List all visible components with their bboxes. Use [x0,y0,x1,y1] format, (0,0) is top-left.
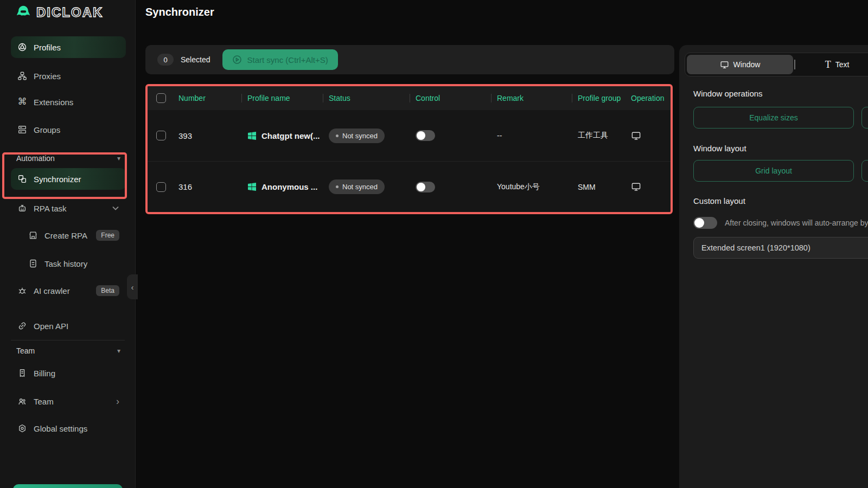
tab-text[interactable]: T Text [796,55,868,74]
profile-number: 393 [178,131,192,140]
column-header-profile-group: Profile group [578,94,621,102]
caret-down-icon: ▾ [117,155,120,162]
column-header-control: Control [416,94,440,102]
column-header-number: Number [178,94,206,102]
proxies-icon [17,71,27,81]
screen-select[interactable]: Extended screen1 (1920*1080) [693,237,868,259]
sidebar-section-team[interactable]: Team ▾ [16,346,120,356]
beta-badge: Beta [96,285,119,296]
sidebar: DICLOAK Profiles Proxies ⌘ Extensions Gr… [0,0,136,488]
team-icon [17,396,27,406]
selection-toolbar: 0 Selected Start sync (Ctrl+Alt+S) [145,45,674,74]
clipped-window-layout-button[interactable] [861,160,868,182]
sidebar-item-profiles[interactable]: Profiles [11,36,126,58]
grid-layout-label: Grid layout [755,166,792,175]
play-icon [232,55,242,65]
profile-name: Anonymous ... [261,182,317,191]
sidebar-item-open-api[interactable]: Open API [11,315,126,337]
profiles-icon [17,42,27,52]
profile-number: 316 [178,182,192,191]
tab-window[interactable]: Window [687,55,793,74]
sidebar-divider [11,340,125,341]
windows-os-icon [247,131,257,140]
remark-text: -- [497,131,502,140]
start-sync-button[interactable]: Start sync (Ctrl+Alt+S) [222,49,337,70]
profile-name: Chatgpt new(... [261,131,320,140]
status-dot-icon [336,185,339,188]
panel-tabbar: Window T Text [685,53,868,76]
page-title: Synchronizer [145,6,214,18]
status-badge: Not synced [329,179,385,194]
start-sync-label: Start sync (Ctrl+Alt+S) [247,55,328,65]
sidebar-item-rpa-task[interactable]: RPA task [11,197,126,219]
auto-arrange-toggle[interactable] [693,217,717,229]
sidebar-item-label: Proxies [34,72,61,81]
sidebar-item-groups[interactable]: Groups [11,119,126,140]
sidebar-item-extensions[interactable]: ⌘ Extensions [11,91,126,113]
logo-text: DICLOAK [36,5,103,20]
tab-label: Window [733,60,761,69]
sidebar-item-ai-crawler[interactable]: AI crawler Beta [11,280,126,301]
sidebar-item-label: Billing [34,369,55,378]
column-header-remark: Remark [497,94,524,102]
control-toggle[interactable] [416,182,435,192]
sidebar-item-label: Groups [34,125,60,134]
sidebar-item-label: Extensions [34,98,73,107]
synchronizer-icon [17,174,27,184]
chevron-down-icon [112,204,119,212]
column-header-profile-name: Profile name [247,94,290,102]
sync-settings-panel: Window T Text Window operations Equalize… [679,45,868,488]
control-toggle[interactable] [416,130,435,141]
monitor-icon[interactable] [631,131,641,141]
sidebar-item-billing[interactable]: Billing [11,362,126,384]
custom-layout-heading: Custom layout [693,196,745,206]
sidebar-item-global-settings[interactable]: Global settings [11,418,126,439]
sidebar-item-label: AI crawler [34,286,70,296]
section-label: Team [16,346,35,355]
window-operations-heading: Window operations [693,89,763,98]
row-checkbox[interactable] [156,131,166,140]
sidebar-item-label: Synchronizer [34,175,81,184]
sidebar-item-label: Task history [44,259,87,268]
equalize-sizes-button[interactable]: Equalize sizes [693,107,854,129]
chevron-right-icon: › [116,396,119,407]
profile-group-text: SMM [578,183,596,191]
chevron-left-icon: ‹ [131,282,134,292]
selected-count-badge: 0 [157,54,174,66]
rpa-task-icon [17,203,27,213]
sidebar-item-create-rpa[interactable]: Create RPA Free [22,224,126,246]
monitor-icon[interactable] [631,182,641,192]
table-row: 316 Anonymous ... Not synced Youtube小号 S… [148,161,671,212]
open-api-icon [17,321,27,331]
sidebar-item-team[interactable]: Team › [11,390,126,412]
windows-os-icon [247,182,257,191]
task-history-icon [28,259,38,268]
create-rpa-icon [28,230,38,240]
remark-text: Youtube小号 [497,182,540,192]
table-header-row: Number Profile name Status Control Remar… [148,86,671,110]
sidebar-item-task-history[interactable]: Task history [22,253,126,274]
bottom-promo-button-edge[interactable] [13,484,123,488]
row-checkbox[interactable] [156,182,166,192]
select-all-checkbox[interactable] [156,93,166,103]
tab-label: Text [835,60,850,69]
global-settings-icon [17,423,27,433]
sidebar-item-proxies[interactable]: Proxies [11,65,126,87]
selected-label: Selected [181,55,210,64]
sidebar-section-automation[interactable]: Automation ▾ [16,153,120,163]
sidebar-item-label: Global settings [34,424,87,433]
equalize-sizes-label: Equalize sizes [749,113,798,122]
window-layout-heading: Window layout [693,144,746,153]
column-header-operation: Operation [631,94,664,102]
ai-crawler-icon [17,286,27,296]
status-label: Not synced [342,183,378,191]
grid-layout-button[interactable]: Grid layout [693,160,854,182]
tab-divider [794,60,795,69]
text-icon: T [825,60,831,69]
clipped-window-operation-button[interactable] [861,107,868,129]
sidebar-item-label: Team [34,397,54,406]
auto-arrange-row: After closing, windows will auto-arrange… [693,217,868,229]
sidebar-item-synchronizer[interactable]: Synchronizer [11,168,126,190]
column-header-status: Status [329,94,350,102]
sidebar-collapse-button[interactable]: ‹ [127,274,138,299]
